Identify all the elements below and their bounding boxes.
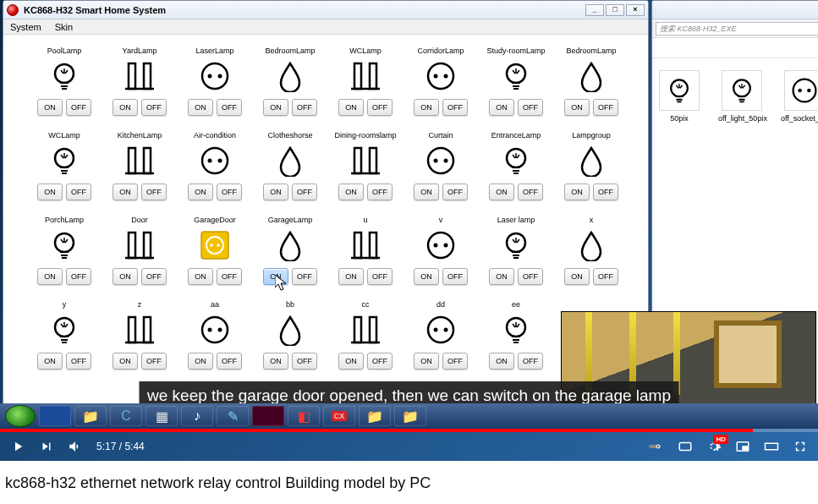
off-button[interactable]: OFF: [141, 99, 167, 116]
on-button[interactable]: ON: [113, 99, 138, 116]
off-button[interactable]: OFF: [442, 353, 468, 370]
close-button[interactable]: ×: [626, 4, 645, 16]
taskbar-item[interactable]: ▦: [145, 406, 178, 426]
off-button[interactable]: OFF: [141, 353, 167, 370]
on-button[interactable]: ON: [489, 99, 514, 116]
device-cell: Study-roomLampONOFF: [479, 45, 553, 129]
start-button[interactable]: [5, 405, 36, 427]
video-title[interactable]: kc868-h32 ethernet network relay control…: [0, 461, 818, 492]
off-button[interactable]: OFF: [367, 99, 393, 116]
file-item[interactable]: 50pix: [656, 70, 703, 123]
on-button[interactable]: ON: [338, 268, 364, 285]
on-button[interactable]: ON: [414, 268, 439, 285]
on-button[interactable]: ON: [263, 268, 288, 285]
on-button[interactable]: ON: [338, 353, 364, 370]
off-button[interactable]: OFF: [518, 184, 543, 200]
off-button[interactable]: OFF: [217, 353, 242, 370]
on-button[interactable]: ON: [564, 184, 590, 200]
taskbar-item[interactable]: [39, 406, 71, 426]
taskbar-item[interactable]: 📁: [359, 406, 391, 426]
off-button[interactable]: OFF: [66, 353, 91, 370]
taskbar-item[interactable]: 📁: [74, 406, 107, 426]
taskbar-item[interactable]: ✎: [217, 406, 249, 426]
off-button[interactable]: OFF: [292, 99, 317, 116]
fullscreen-button[interactable]: [793, 439, 808, 454]
off-button[interactable]: OFF: [217, 99, 242, 116]
on-button[interactable]: ON: [188, 184, 213, 200]
device-label: Laser lamp: [497, 214, 535, 226]
captions-button[interactable]: [678, 439, 693, 454]
explorer-search-input[interactable]: 搜索 KC868-H32_EXE: [656, 22, 818, 36]
off-button[interactable]: OFF: [141, 268, 167, 285]
volume-button[interactable]: [68, 439, 83, 454]
on-button[interactable]: ON: [414, 184, 439, 200]
on-button[interactable]: ON: [414, 353, 439, 370]
off-button[interactable]: OFF: [593, 99, 618, 116]
on-button[interactable]: ON: [113, 353, 138, 370]
off-button[interactable]: OFF: [292, 184, 317, 200]
off-button[interactable]: OFF: [217, 268, 242, 285]
taskbar-item[interactable]: ◧: [288, 406, 320, 426]
off-button[interactable]: OFF: [66, 184, 91, 200]
on-button[interactable]: ON: [263, 184, 288, 200]
on-button[interactable]: ON: [489, 184, 514, 200]
taskbar-item[interactable]: ♪: [181, 406, 213, 426]
off-button[interactable]: OFF: [217, 184, 242, 200]
on-button[interactable]: ON: [37, 353, 63, 370]
off-button[interactable]: OFF: [66, 99, 91, 116]
off-button[interactable]: OFF: [593, 268, 618, 285]
device-label: PorchLamp: [45, 214, 84, 226]
on-button[interactable]: ON: [338, 99, 364, 116]
on-button[interactable]: ON: [489, 268, 514, 285]
off-button[interactable]: OFF: [367, 353, 393, 370]
taskbar-item[interactable]: C: [110, 406, 142, 426]
windows-taskbar[interactable]: 📁 C ▦ ♪ ✎ ◧ CX 📁 📁: [0, 403, 818, 429]
taskbar-item[interactable]: 📁: [394, 406, 426, 426]
on-button[interactable]: ON: [113, 184, 138, 200]
file-item[interactable]: off_socket_50pix: [781, 70, 818, 123]
off-button[interactable]: OFF: [442, 99, 468, 116]
off-button[interactable]: OFF: [367, 268, 393, 285]
off-button[interactable]: OFF: [442, 268, 468, 285]
theater-button[interactable]: [764, 439, 779, 454]
autoplay-toggle[interactable]: [649, 439, 664, 454]
on-button[interactable]: ON: [564, 99, 590, 116]
on-button[interactable]: ON: [263, 99, 288, 116]
file-item[interactable]: off_light_50pix: [718, 70, 766, 123]
off-button[interactable]: OFF: [442, 184, 468, 200]
next-button[interactable]: [39, 439, 54, 454]
app-titlebar[interactable]: KC868-H32 Smart Home System _ □ ×: [3, 1, 648, 19]
on-button[interactable]: ON: [37, 268, 63, 285]
taskbar-item[interactable]: CX: [323, 406, 355, 426]
on-button[interactable]: ON: [414, 99, 439, 116]
off-button[interactable]: OFF: [518, 353, 543, 370]
off-button[interactable]: OFF: [66, 268, 91, 285]
off-button[interactable]: OFF: [518, 99, 543, 116]
on-button[interactable]: ON: [37, 184, 63, 200]
device-cell: LampgroupONOFF: [554, 129, 629, 214]
on-button[interactable]: ON: [338, 184, 364, 200]
menu-system[interactable]: System: [3, 20, 48, 34]
maximize-button[interactable]: □: [606, 4, 624, 16]
play-button[interactable]: [10, 439, 25, 454]
off-button[interactable]: OFF: [518, 268, 543, 285]
off-button[interactable]: OFF: [141, 184, 167, 200]
on-button[interactable]: ON: [263, 353, 288, 370]
socket-icon: [425, 145, 457, 177]
off-button[interactable]: OFF: [292, 268, 317, 285]
menu-skin[interactable]: Skin: [48, 20, 80, 34]
on-button[interactable]: ON: [564, 268, 590, 285]
on-button[interactable]: ON: [188, 268, 213, 285]
on-button[interactable]: ON: [489, 353, 514, 370]
on-button[interactable]: ON: [113, 268, 138, 285]
off-button[interactable]: OFF: [367, 184, 393, 200]
off-button[interactable]: OFF: [593, 184, 618, 200]
on-button[interactable]: ON: [188, 99, 213, 116]
on-button[interactable]: ON: [37, 99, 63, 116]
on-button[interactable]: ON: [188, 353, 213, 370]
off-button[interactable]: OFF: [292, 353, 317, 370]
minimize-button[interactable]: _: [585, 4, 604, 16]
miniplayer-button[interactable]: [735, 439, 750, 454]
settings-button[interactable]: HD: [706, 439, 722, 454]
taskbar-item[interactable]: [252, 406, 284, 426]
